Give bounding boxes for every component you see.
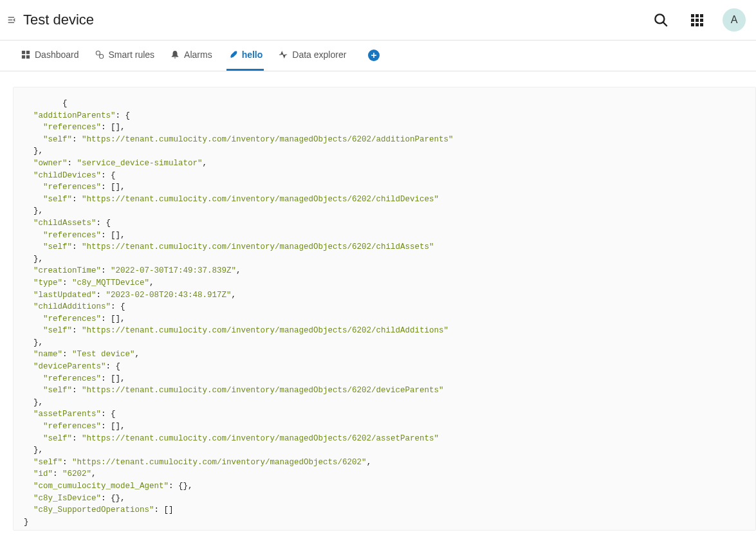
- search-icon[interactable]: [650, 10, 671, 30]
- code-text: : {: [111, 302, 125, 311]
- add-tab-button[interactable]: [368, 50, 380, 61]
- tab-label: Alarms: [184, 50, 212, 60]
- code-text: : {: [106, 362, 121, 371]
- code-text: :: [72, 434, 82, 443]
- svg-rect-16: [22, 55, 25, 58]
- tab-dashboard[interactable]: Dashboard: [19, 40, 80, 71]
- code-text: "self": [24, 386, 72, 395]
- tab-alarms[interactable]: Alarms: [169, 40, 214, 71]
- svg-rect-15: [26, 50, 30, 53]
- svg-point-19: [99, 54, 103, 58]
- svg-point-3: [655, 14, 664, 23]
- code-text: "https://tenant.cumulocity.com/inventory…: [82, 195, 439, 204]
- code-text: {: [24, 99, 68, 108]
- code-text: : {: [116, 111, 131, 120]
- tab-bar: Dashboard Smart rules Alarms hello Data …: [0, 41, 756, 71]
- code-text: "self": [24, 326, 72, 335]
- code-text: :: [62, 458, 72, 467]
- pulse-icon: [278, 50, 288, 60]
- code-text: },: [24, 206, 43, 215]
- code-text: ,: [149, 278, 154, 287]
- gears-icon: [95, 50, 105, 60]
- json-output: { "additionParents": { "references": [],…: [13, 87, 756, 531]
- user-avatar[interactable]: A: [723, 8, 746, 32]
- code-text: :: [72, 386, 82, 395]
- rocket-icon: [228, 50, 238, 60]
- code-text: : [],: [101, 422, 125, 431]
- code-text: :: [68, 159, 77, 168]
- code-text: "additionParents": [33, 111, 116, 120]
- code-text: "owner": [33, 159, 68, 168]
- code-text: "service_device-simulator": [77, 159, 203, 168]
- code-text: "lastUpdated": [33, 291, 97, 300]
- code-text: "deviceParents": [33, 362, 106, 371]
- tab-label: Smart rules: [109, 50, 155, 60]
- code-text: "creationTime": [33, 266, 101, 275]
- code-text: "childDevices": [33, 171, 101, 180]
- code-text: "self": [33, 458, 62, 467]
- code-text: "self": [24, 195, 72, 204]
- code-text: "6202": [62, 469, 91, 478]
- code-text: "2022-07-30T17:49:37.839Z": [111, 266, 236, 275]
- code-text: "https://tenant.cumulocity.com/inventory…: [82, 386, 444, 395]
- code-text: "https://tenant.cumulocity.com/inventory…: [82, 242, 434, 251]
- code-text: }: [24, 518, 29, 527]
- code-text: "self": [24, 242, 72, 251]
- code-text: "c8y_IsDevice": [33, 494, 101, 503]
- code-text: :: [72, 242, 82, 251]
- code-text: "c8y_SupportedOperations": [33, 505, 154, 514]
- code-text: : []: [154, 505, 174, 514]
- tab-hello[interactable]: hello: [226, 40, 264, 71]
- code-text: "https://tenant.cumulocity.com/inventory…: [82, 326, 448, 335]
- tab-data-explorer[interactable]: Data explorer: [277, 40, 347, 71]
- code-text: "self": [24, 434, 72, 443]
- code-text: "name": [33, 350, 62, 359]
- app-header: Test device A: [0, 0, 756, 41]
- code-text: :: [62, 278, 72, 287]
- svg-rect-17: [26, 55, 30, 58]
- code-text: : [],: [101, 123, 125, 132]
- page-title: Test device: [23, 12, 650, 28]
- code-text: "references": [24, 183, 101, 192]
- code-text: ,: [236, 266, 241, 275]
- code-text: "self": [24, 135, 72, 144]
- code-text: "com_cumulocity_model_Agent": [33, 482, 169, 491]
- tab-label: Dashboard: [35, 50, 79, 60]
- code-text: : {: [97, 219, 111, 228]
- code-text: "references": [24, 422, 101, 431]
- code-text: : {},: [101, 494, 125, 503]
- code-text: : [],: [101, 314, 125, 323]
- code-text: "Test device": [72, 350, 135, 359]
- tab-label: hello: [242, 50, 263, 60]
- menu-toggle-icon[interactable]: [3, 11, 21, 29]
- svg-line-4: [663, 22, 667, 26]
- svg-rect-9: [696, 19, 699, 22]
- code-text: : [],: [101, 231, 125, 240]
- svg-rect-10: [700, 19, 703, 22]
- content-area: { "additionParents": { "references": [],…: [0, 71, 756, 531]
- svg-rect-6: [696, 14, 699, 17]
- code-text: "id": [33, 469, 53, 478]
- code-text: "assetParents": [33, 410, 101, 419]
- code-text: "references": [24, 123, 101, 132]
- code-text: ,: [203, 159, 208, 168]
- svg-rect-12: [696, 23, 699, 26]
- code-text: : [],: [101, 374, 125, 383]
- svg-point-18: [96, 51, 100, 55]
- code-text: "https://tenant.cumulocity.com/inventory…: [82, 434, 439, 443]
- code-text: "references": [24, 374, 101, 383]
- app-switcher-icon[interactable]: [687, 10, 707, 30]
- code-text: ,: [91, 469, 97, 478]
- code-text: "type": [33, 278, 62, 287]
- tab-smart-rules[interactable]: Smart rules: [93, 40, 156, 71]
- code-text: : {},: [169, 482, 193, 491]
- svg-rect-5: [691, 14, 694, 17]
- code-text: :: [62, 350, 72, 359]
- code-text: ,: [135, 350, 140, 359]
- code-text: :: [101, 266, 111, 275]
- dashboard-icon: [21, 50, 31, 60]
- code-text: },: [24, 446, 43, 455]
- svg-rect-11: [691, 23, 694, 26]
- code-text: :: [53, 469, 62, 478]
- svg-rect-8: [691, 19, 694, 22]
